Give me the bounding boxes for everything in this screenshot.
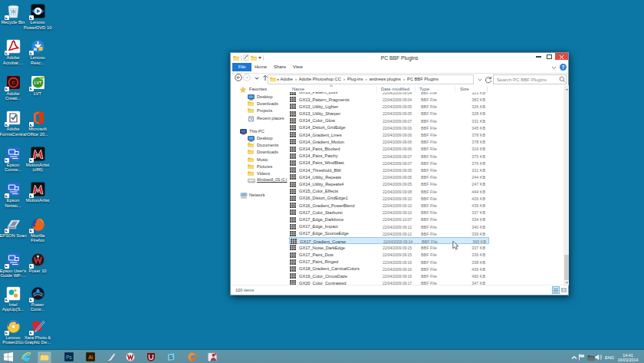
- svg-text:Ps: Ps: [66, 355, 71, 360]
- svg-text:C: C: [12, 81, 15, 85]
- svg-text:LVT: LVT: [34, 81, 41, 85]
- svg-text:S: S: [169, 354, 173, 361]
- svg-text:Ai: Ai: [88, 355, 93, 360]
